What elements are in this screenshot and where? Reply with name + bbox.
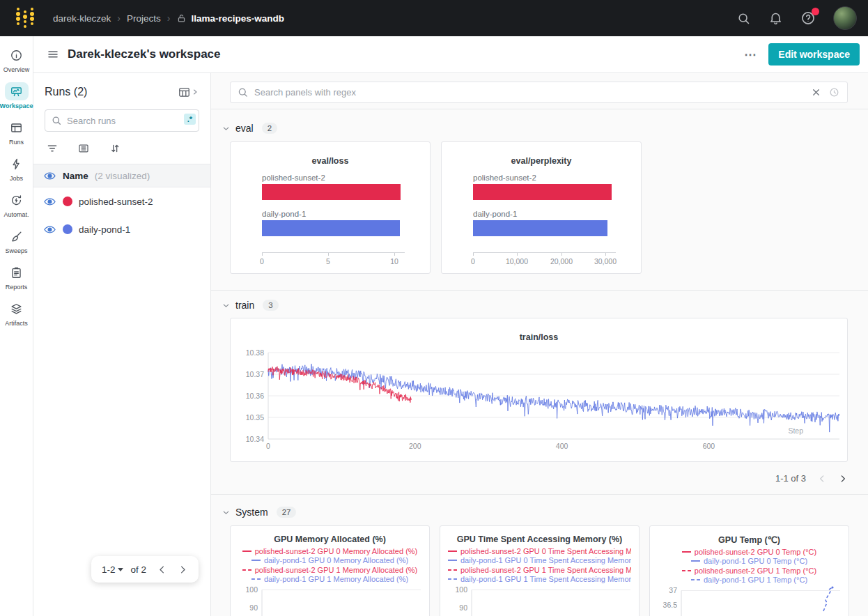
- svg-text:37: 37: [669, 586, 677, 594]
- legend-marker: [448, 569, 457, 571]
- section-header-system[interactable]: System 27: [211, 495, 868, 518]
- runs-table-expand-icon[interactable]: [178, 86, 199, 99]
- legend-label: daily-pond-1 GPU 0 Memory Allocated (%): [264, 556, 408, 564]
- run-name[interactable]: daily-pond-1: [79, 224, 130, 235]
- caret-down-icon: [118, 568, 123, 571]
- chart-title: eval/loss: [231, 156, 430, 166]
- section-header-eval[interactable]: eval 2: [211, 109, 868, 134]
- legend-entry: daily-pond-1 GPU 1 Temp (°C): [658, 576, 841, 585]
- plot-stub-svg: 3736.5: [658, 586, 842, 616]
- visibility-eye-icon[interactable]: [43, 223, 56, 236]
- legend-marker: [682, 551, 691, 553]
- svg-text:400: 400: [556, 442, 568, 450]
- breadcrumb-projects[interactable]: Projects: [127, 13, 161, 24]
- panel-eval-perplexity[interactable]: eval/perplexitypolished-sunset-2daily-po…: [441, 141, 642, 274]
- run-row[interactable]: daily-pond-1: [33, 215, 210, 243]
- overflow-menu-icon[interactable]: ⋯: [744, 47, 757, 62]
- search-icon[interactable]: [736, 11, 751, 26]
- legend-label: daily-pond-1 GPU 1 Time Spent Accessing …: [460, 575, 631, 583]
- section-count-badge: 3: [263, 300, 278, 311]
- next-page-icon[interactable]: [178, 564, 188, 575]
- page-size-dropdown[interactable]: 1-2: [102, 564, 124, 575]
- legend-entry: polished-sunset-2 GPU 0 Time Spent Acces…: [448, 546, 631, 556]
- prev-page-icon[interactable]: [817, 474, 827, 484]
- svg-text:90: 90: [459, 603, 467, 612]
- notifications-bell-icon[interactable]: [768, 11, 783, 26]
- sidebar-item-workspace[interactable]: Workspace: [0, 78, 33, 114]
- chevron-down-icon: [222, 301, 231, 310]
- next-page-icon[interactable]: [838, 474, 848, 484]
- help-icon[interactable]: [800, 10, 816, 26]
- bar-daily-pond-1: [473, 220, 607, 236]
- sidebar-item-label: Workspace: [0, 102, 33, 109]
- panel-gpu-temp[interactable]: GPU Temp (℃)polished-sunset-2 GPU 0 Temp…: [649, 525, 849, 616]
- legend-marker: [682, 570, 691, 571]
- search-runs-input[interactable]: [45, 109, 199, 132]
- run-name[interactable]: polished-sunset-2: [79, 197, 153, 207]
- sidebar-item-reports[interactable]: Reports: [0, 259, 33, 295]
- chart-title: GPU Memory Allocated (%): [238, 526, 421, 544]
- sidebar-item-artifacts[interactable]: Artifacts: [0, 295, 33, 332]
- top-navbar: darek-kleczek › Projects › llama-recipes…: [0, 0, 868, 36]
- list-view-icon[interactable]: [77, 142, 90, 155]
- breadcrumb-separator: ›: [117, 13, 121, 24]
- lightning-icon: [5, 155, 29, 173]
- sidebar-item-label: Overview: [3, 66, 30, 73]
- svg-text:10.37: 10.37: [246, 370, 264, 378]
- legend-marker: [691, 579, 700, 580]
- breadcrumb-user[interactable]: darek-kleczek: [53, 13, 111, 24]
- panel-train-loss[interactable]: train/loss10.3810.3710.3610.3510.3402004…: [230, 318, 848, 462]
- runs-count-title: Runs (2): [45, 86, 87, 98]
- sidebar-item-automat[interactable]: Automat.: [0, 187, 33, 223]
- section-count-badge: 2: [262, 123, 277, 134]
- visibility-eye-icon[interactable]: [43, 195, 56, 208]
- bar-polished-sunset-2: [473, 184, 612, 200]
- legend-entry: polished-sunset-2 GPU 0 Temp (°C): [658, 547, 841, 557]
- bar-label: daily-pond-1: [473, 210, 517, 218]
- panel-list-menu-icon[interactable]: [47, 48, 59, 61]
- plot-stub-svg: 10090: [448, 585, 632, 616]
- legend-label: daily-pond-1 GPU 1 Temp (°C): [704, 576, 807, 584]
- visibility-eye-icon[interactable]: [43, 169, 56, 183]
- workspace-title: Darek-kleczek's workspace: [68, 47, 221, 61]
- prev-page-icon[interactable]: [157, 564, 167, 575]
- section-header-train[interactable]: train 3: [211, 291, 868, 311]
- legend-entry: daily-pond-1 GPU 1 Memory Allocated (%): [238, 575, 421, 585]
- regex-toggle-chip[interactable]: .*: [184, 114, 196, 125]
- sidebar-item-jobs[interactable]: Jobs: [0, 151, 33, 187]
- left-nav-rail: OverviewWorkspaceRunsJobsAutomat.SweepsR…: [0, 36, 33, 616]
- unlock-icon: [176, 13, 187, 24]
- clear-search-icon[interactable]: [811, 87, 821, 98]
- legend-label: polished-sunset-2 GPU 1 Temp (°C): [695, 567, 816, 575]
- sidebar-item-sweeps[interactable]: Sweeps: [0, 223, 33, 259]
- search-icon: [237, 86, 249, 98]
- breadcrumb-project[interactable]: llama-recipes-wandb: [176, 13, 284, 24]
- legend-entry: polished-sunset-2 GPU 1 Time Spent Acces…: [448, 565, 631, 575]
- search-panels-input[interactable]: [230, 82, 848, 103]
- legend-marker: [251, 560, 261, 561]
- legend-entry: daily-pond-1 GPU 0 Memory Allocated (%): [238, 556, 421, 566]
- history-clock-icon[interactable]: [828, 86, 840, 98]
- wandb-logo-icon: [13, 5, 37, 31]
- run-row[interactable]: polished-sunset-2: [33, 187, 210, 215]
- panel-gpu-time-accessing-memory[interactable]: GPU Time Spent Accessing Memory (%)polis…: [440, 525, 640, 616]
- sidebar-item-runs[interactable]: Runs: [0, 114, 33, 151]
- wandb-logo[interactable]: [11, 4, 39, 32]
- user-avatar[interactable]: [833, 6, 857, 30]
- svg-text:600: 600: [703, 442, 715, 450]
- page-range-label: 1-2: [102, 564, 116, 575]
- sort-icon[interactable]: [109, 142, 121, 155]
- legend-label: polished-sunset-2 GPU 0 Temp (°C): [695, 548, 816, 556]
- workspace-icon: [5, 82, 29, 100]
- svg-text:10.36: 10.36: [246, 392, 264, 400]
- bar-label: polished-sunset-2: [262, 174, 325, 182]
- runs-table-icon: [5, 118, 29, 137]
- edit-workspace-button[interactable]: Edit workspace: [768, 43, 860, 66]
- filter-icon[interactable]: [46, 142, 59, 155]
- panel-eval-loss[interactable]: eval/losspolished-sunset-2daily-pond-105…: [230, 141, 431, 274]
- sidebar-item-overview[interactable]: Overview: [0, 42, 33, 78]
- svg-text:200: 200: [409, 442, 421, 450]
- notification-dot: [812, 8, 819, 15]
- legend-entry: polished-sunset-2 GPU 0 Memory Allocated…: [238, 546, 421, 556]
- panel-gpu-memory-allocated[interactable]: GPU Memory Allocated (%)polished-sunset-…: [230, 525, 430, 616]
